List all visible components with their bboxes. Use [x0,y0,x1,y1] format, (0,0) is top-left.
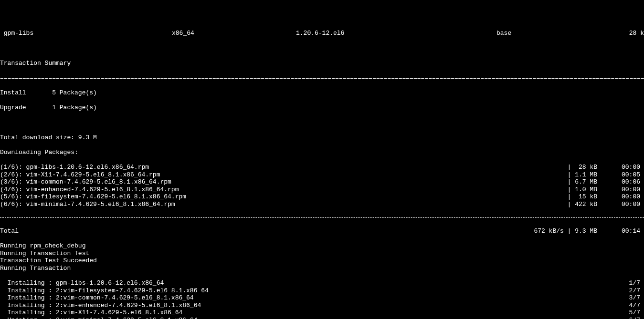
action-text: Installing : 2:vim-enhanced-7.4.629-5.el… [0,302,616,309]
transaction-action-row: Installing : 2:vim-filesystem-7.4.629-5.… [0,287,644,295]
total-download-size: Total download size: 9.3 M [0,134,644,142]
download-progress-row: (3/6): vim-common-7.4.629-5.el6_8.1.x86_… [0,178,644,186]
download-progress-row: (2/6): vim-X11-7.4.629-5.el6_8.1.x86_64.… [0,171,644,179]
double-line-separator: ========================================… [0,74,644,82]
download-time: 00:00 [597,164,644,171]
transaction-action-row: Installing : 2:vim-common-7.4.629-5.el6_… [0,294,644,302]
action-progress: 6/7 [616,317,644,319]
pkg-repo: base [496,30,615,37]
package-header-row: gpm-libsx86_641.20.6-12.el6base28 k [0,30,644,37]
action-progress: 5/7 [616,309,644,317]
download-progress-row: (5/6): vim-filesystem-7.4.629-5.el6_8.1.… [0,193,644,201]
action-progress: 1/7 [616,279,644,287]
download-progress-row: (4/6): vim-enhanced-7.4.629-5.el6_8.1.x8… [0,186,644,194]
download-file: (2/6): vim-X11-7.4.629-5.el6_8.1.x86_64.… [0,171,564,179]
transaction-summary-header: Transaction Summary [0,60,644,67]
upgrade-count: Upgrade 1 Package(s) [0,104,644,112]
download-time: 00:06 [597,178,644,186]
download-size: | 6.7 MB [564,178,597,186]
transaction-action-row: Installing : 2:vim-enhanced-7.4.629-5.el… [0,302,644,309]
pkg-name: gpm-libs [0,30,172,37]
download-file: (3/6): vim-common-7.4.629-5.el6_8.1.x86_… [0,178,564,186]
download-size: | 15 kB [564,193,597,201]
transaction-status-line: Running rpm_check_debug [0,242,644,250]
transaction-action-row: Installing : 2:vim-X11-7.4.629-5.el6_8.1… [0,309,644,317]
action-text: Installing : 2:vim-X11-7.4.629-5.el6_8.1… [0,309,616,317]
action-text: Updating : 2:vim-minimal-7.4.629-5.el6_8… [0,317,616,319]
download-file: (6/6): vim-minimal-7.4.629-5.el6_8.1.x86… [0,201,564,208]
download-time: 00:00 [597,193,644,201]
pkg-arch: x86_64 [172,30,296,37]
download-size: | 28 kB [564,164,597,171]
transaction-action-row: Installing : gpm-libs-1.20.6-12.el6.x86_… [0,279,644,287]
dashed-line-separator [0,217,644,218]
transaction-status-line: Transaction Test Succeeded [0,257,644,265]
download-file: (1/6): gpm-libs-1.20.6-12.el6.x86_64.rpm [0,164,564,171]
download-file: (4/6): vim-enhanced-7.4.629-5.el6_8.1.x8… [0,186,564,194]
download-size: | 1.1 MB [564,171,597,179]
action-text: Installing : 2:vim-filesystem-7.4.629-5.… [0,287,616,295]
download-size: | 422 kB [564,201,597,208]
transaction-action-row: Updating : 2:vim-minimal-7.4.629-5.el6_8… [0,317,644,319]
blank-line [0,45,644,52]
terminal-output: gpm-libsx86_641.20.6-12.el6base28 k Tran… [0,22,644,319]
download-progress-row: (1/6): gpm-libs-1.20.6-12.el6.x86_64.rpm… [0,164,644,171]
transaction-status-line: Running Transaction [0,265,644,272]
download-total-row: Total672 kB/s | 9.3 MB00:14 [0,227,644,235]
download-time: 00:00 [597,201,644,208]
action-progress: 4/7 [616,302,644,309]
action-text: Installing : 2:vim-common-7.4.629-5.el6_… [0,294,616,302]
blank-line [0,119,644,127]
pkg-size: 28 k [615,30,644,37]
total-time: 00:14 [597,227,644,235]
action-text: Installing : gpm-libs-1.20.6-12.el6.x86_… [0,279,616,287]
action-progress: 3/7 [616,294,644,302]
action-progress: 2/7 [616,287,644,295]
download-file: (5/6): vim-filesystem-7.4.629-5.el6_8.1.… [0,193,564,201]
install-count: Install 5 Package(s) [0,89,644,97]
download-time: 00:05 [597,171,644,179]
download-size: | 1.0 MB [564,186,597,194]
total-label: Total [0,227,521,235]
download-time: 00:00 [597,186,644,194]
downloading-packages-label: Downloading Packages: [0,149,644,156]
download-progress-row: (6/6): vim-minimal-7.4.629-5.el6_8.1.x86… [0,201,644,208]
total-speed: 672 kB/s | 9.3 MB [521,227,597,235]
pkg-version: 1.20.6-12.el6 [296,30,496,37]
transaction-status-line: Running Transaction Test [0,250,644,257]
